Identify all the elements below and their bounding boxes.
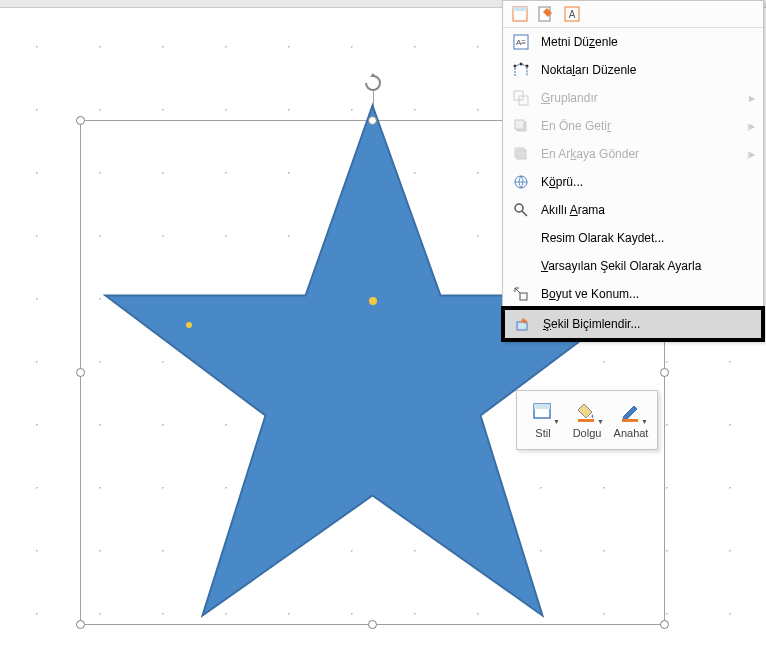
floating-shape-toolbar: ▼ Stil ▼ Dolgu ▼ Anahat: [516, 390, 658, 450]
svg-point-18: [515, 204, 523, 212]
menu-save-as-picture[interactable]: Resim Olarak Kaydet...: [503, 224, 763, 252]
resize-handle[interactable]: [368, 620, 377, 629]
style-button[interactable]: ▼ Stil: [521, 397, 565, 443]
menu-label: Resim Olarak Kaydet...: [541, 231, 755, 245]
svg-rect-23: [534, 404, 550, 409]
svg-rect-14: [515, 120, 524, 129]
menu-set-default-shape[interactable]: Varsayılan Şekil Olarak Ayarla: [503, 252, 763, 280]
submenu-arrow-icon: |▶: [747, 122, 755, 131]
send-back-icon: [511, 145, 531, 163]
svg-line-19: [522, 211, 527, 216]
dropdown-caret-icon: ▼: [553, 418, 560, 425]
menu-label: Gruplandır: [541, 91, 749, 105]
svg-point-9: [520, 63, 523, 66]
bring-front-icon: [511, 117, 531, 135]
fill-button[interactable]: ▼ Dolgu: [565, 397, 609, 443]
dropdown-caret-icon: ▼: [597, 418, 604, 425]
edit-points-icon: [511, 61, 531, 79]
svg-point-10: [526, 65, 529, 68]
dropdown-caret-icon: ▼: [641, 418, 648, 425]
resize-handle[interactable]: [660, 620, 669, 629]
hyperlink-icon: [511, 173, 531, 191]
menu-edit-points[interactable]: Noktaları Düzenle: [503, 56, 763, 84]
resize-handle[interactable]: [660, 368, 669, 377]
menu-label: Akıllı Arama: [541, 203, 755, 217]
mini-toolbar: A: [503, 1, 763, 28]
submenu-arrow-icon: |▶: [747, 150, 755, 159]
shape-center-marker[interactable]: [369, 297, 377, 305]
smart-lookup-icon: [511, 201, 531, 219]
context-menu: A A≡ Metni Düzenle Noktaları Düzenle Gru…: [502, 0, 764, 341]
edit-mini-icon[interactable]: [537, 5, 555, 23]
menu-label: En Arkaya Gönder: [541, 147, 747, 161]
menu-bring-front[interactable]: En Öne Getir |▶: [503, 112, 763, 140]
menu-label: Boyut ve Konum...: [541, 287, 755, 301]
svg-rect-2: [513, 7, 527, 11]
style-icon: ▼: [530, 401, 556, 423]
submenu-arrow-icon: ▶: [749, 94, 755, 103]
menu-label: En Öne Getir: [541, 119, 747, 133]
fill-icon: ▼: [574, 401, 600, 423]
blank-icon: [511, 257, 531, 275]
text-mini-icon[interactable]: A: [563, 5, 581, 23]
svg-rect-25: [622, 419, 638, 422]
menu-send-back[interactable]: En Arkaya Gönder |▶: [503, 140, 763, 168]
menu-label: Varsayılan Şekil Olarak Ayarla: [541, 259, 755, 273]
group-icon: [511, 89, 531, 107]
resize-handle[interactable]: [76, 620, 85, 629]
menu-edit-text[interactable]: A≡ Metni Düzenle: [503, 28, 763, 56]
edit-text-icon: A≡: [511, 33, 531, 51]
resize-handle[interactable]: [368, 116, 377, 125]
menu-group: Gruplandır ▶: [503, 84, 763, 112]
resize-handle[interactable]: [76, 368, 85, 377]
menu-format-shape[interactable]: Şekil Biçimlendir...: [505, 310, 761, 338]
blank-icon: [511, 229, 531, 247]
button-label: Dolgu: [573, 427, 602, 439]
menu-label: Köprü...: [541, 175, 755, 189]
outline-button[interactable]: ▼ Anahat: [609, 397, 653, 443]
menu-label: Metni Düzenle: [541, 35, 755, 49]
menu-label: Noktaları Düzenle: [541, 63, 755, 77]
menu-smart-lookup[interactable]: Akıllı Arama: [503, 196, 763, 224]
format-shape-icon: [513, 315, 533, 333]
resize-handle[interactable]: [76, 116, 85, 125]
svg-rect-16: [517, 150, 526, 159]
svg-point-8: [514, 65, 517, 68]
menu-hyperlink[interactable]: Köprü...: [503, 168, 763, 196]
button-label: Anahat: [614, 427, 649, 439]
menu-size-position[interactable]: Boyut ve Konum...: [503, 280, 763, 308]
size-position-icon: [511, 285, 531, 303]
svg-text:A: A: [569, 9, 576, 20]
svg-text:A≡: A≡: [516, 38, 526, 47]
rotate-handle-icon[interactable]: [363, 73, 383, 93]
svg-rect-20: [520, 293, 527, 300]
outline-icon: ▼: [618, 401, 644, 423]
menu-format-shape-highlight: Şekil Biçimlendir...: [501, 306, 765, 342]
button-label: Stil: [535, 427, 550, 439]
menu-label: Şekil Biçimlendir...: [543, 317, 753, 331]
style-mini-icon[interactable]: [511, 5, 529, 23]
svg-rect-24: [578, 419, 594, 422]
